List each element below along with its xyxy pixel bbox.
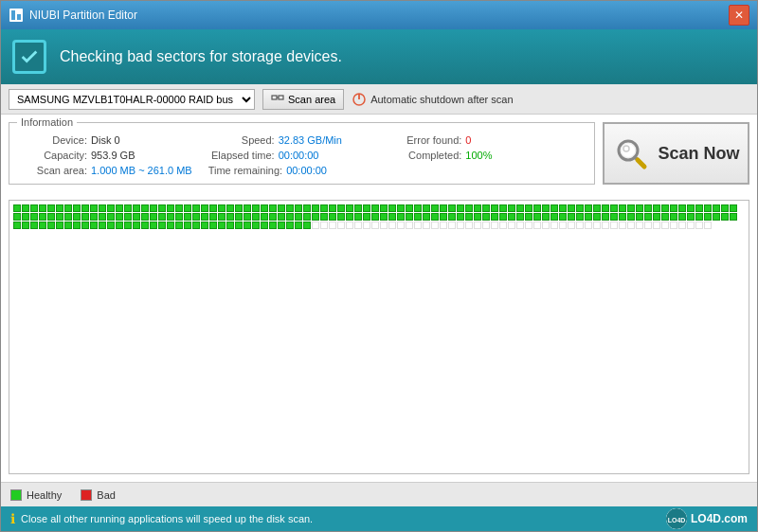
scan-block bbox=[303, 213, 311, 221]
scan-block bbox=[235, 222, 243, 229]
scan-block bbox=[192, 222, 200, 229]
scan-block bbox=[602, 213, 609, 221]
device-select[interactable]: SAMSUNG MZVLB1T0HALR-00000 RAID bus (953… bbox=[9, 89, 255, 110]
scan-block bbox=[235, 213, 243, 221]
scan-block bbox=[431, 204, 439, 212]
title-bar: NIUBI Partition Editor ✕ bbox=[1, 1, 757, 29]
scan-block bbox=[636, 213, 643, 221]
scan-block bbox=[209, 222, 217, 229]
scan-block bbox=[30, 204, 38, 212]
scan-block bbox=[184, 222, 191, 229]
scan-block bbox=[192, 213, 200, 221]
auto-shutdown-option: Automatic shutdown after scan bbox=[352, 92, 513, 107]
scan-block bbox=[695, 222, 703, 229]
scan-block bbox=[388, 222, 396, 229]
scan-block bbox=[286, 222, 294, 229]
scan-area-key: Scan area: bbox=[21, 165, 87, 176]
scan-block bbox=[107, 204, 115, 212]
scan-block bbox=[508, 213, 515, 221]
scan-block bbox=[678, 222, 686, 229]
status-bar: ℹ Close all other running applications w… bbox=[1, 506, 757, 531]
scan-block bbox=[499, 213, 507, 221]
scan-block bbox=[278, 222, 285, 229]
scan-block bbox=[337, 213, 345, 221]
scan-block bbox=[244, 222, 251, 229]
capacity-row: Capacity: 953.9 GB bbox=[21, 150, 208, 161]
error-row: Error found: 0 bbox=[395, 134, 583, 146]
info-and-scan-row: Information Device: Disk 0 Capacity: 953… bbox=[9, 122, 749, 192]
scan-block bbox=[64, 204, 72, 212]
scan-block bbox=[13, 204, 21, 212]
scan-block bbox=[670, 204, 677, 212]
scan-block bbox=[261, 204, 268, 212]
scan-block bbox=[303, 204, 311, 212]
scan-block bbox=[397, 204, 405, 212]
scan-block bbox=[107, 222, 115, 229]
scan-block bbox=[499, 204, 507, 212]
scan-block bbox=[457, 222, 464, 229]
info-col-3: Error found: 0 Completed: 100% bbox=[395, 134, 583, 176]
scan-block bbox=[704, 222, 712, 229]
info-grid: Device: Disk 0 Capacity: 953.9 GB Scan a… bbox=[21, 134, 583, 176]
scan-block bbox=[209, 213, 217, 221]
info-section-label: Information bbox=[17, 116, 77, 128]
scan-block bbox=[695, 213, 703, 221]
scan-block bbox=[406, 213, 413, 221]
svg-rect-1 bbox=[11, 10, 15, 20]
scan-block bbox=[244, 204, 251, 212]
scan-block bbox=[397, 222, 405, 229]
scan-block bbox=[175, 204, 183, 212]
scan-block bbox=[13, 222, 21, 229]
scan-block bbox=[226, 204, 234, 212]
scan-block bbox=[644, 222, 652, 229]
scan-block bbox=[516, 204, 524, 212]
remaining-row: Time remaining: 00:00:00 bbox=[208, 165, 396, 176]
scan-block bbox=[141, 204, 149, 212]
scan-block bbox=[465, 213, 473, 221]
scan-block bbox=[406, 204, 413, 212]
scan-block bbox=[346, 213, 353, 221]
svg-line-12 bbox=[638, 160, 644, 167]
scan-block bbox=[141, 222, 149, 229]
elapsed-row: Elapsed time: 00:00:00 bbox=[208, 150, 396, 161]
scan-block bbox=[320, 222, 328, 229]
completed-key: Completed: bbox=[395, 150, 461, 161]
scan-block bbox=[525, 222, 532, 229]
scan-block bbox=[346, 204, 353, 212]
scan-block bbox=[687, 213, 695, 221]
device-val: Disk 0 bbox=[91, 134, 120, 146]
scan-block bbox=[47, 222, 55, 229]
scan-block bbox=[320, 213, 328, 221]
scan-block bbox=[269, 204, 277, 212]
scan-block bbox=[22, 204, 29, 212]
scan-block bbox=[133, 204, 140, 212]
scan-block bbox=[448, 213, 456, 221]
scan-area-button[interactable]: Scan area bbox=[262, 89, 344, 110]
toolbar: SAMSUNG MZVLB1T0HALR-00000 RAID bus (953… bbox=[1, 84, 757, 115]
scan-now-button[interactable]: Scan Now bbox=[603, 122, 749, 185]
scan-block bbox=[602, 204, 609, 212]
scan-block bbox=[252, 222, 260, 229]
scan-block bbox=[465, 222, 473, 229]
scan-block bbox=[218, 222, 226, 229]
scan-block bbox=[158, 204, 166, 212]
scan-block bbox=[175, 222, 183, 229]
scan-block bbox=[30, 213, 38, 221]
scan-block bbox=[653, 222, 660, 229]
close-button[interactable]: ✕ bbox=[729, 5, 749, 26]
elapsed-key: Elapsed time: bbox=[208, 150, 275, 161]
main-window: NIUBI Partition Editor ✕ Checking bad se… bbox=[0, 0, 758, 532]
scan-block bbox=[235, 204, 243, 212]
scan-block bbox=[73, 204, 81, 212]
scan-block bbox=[516, 213, 524, 221]
scan-block bbox=[542, 213, 550, 221]
completed-row: Completed: 100% bbox=[395, 150, 583, 161]
scan-block bbox=[559, 213, 567, 221]
window-title: NIUBI Partition Editor bbox=[29, 9, 137, 22]
scan-block bbox=[252, 213, 260, 221]
info-wrapper: Information Device: Disk 0 Capacity: 953… bbox=[9, 122, 595, 185]
scan-block bbox=[713, 213, 720, 221]
error-key: Error found: bbox=[395, 134, 461, 146]
scan-block bbox=[150, 222, 157, 229]
error-val: 0 bbox=[465, 134, 471, 146]
